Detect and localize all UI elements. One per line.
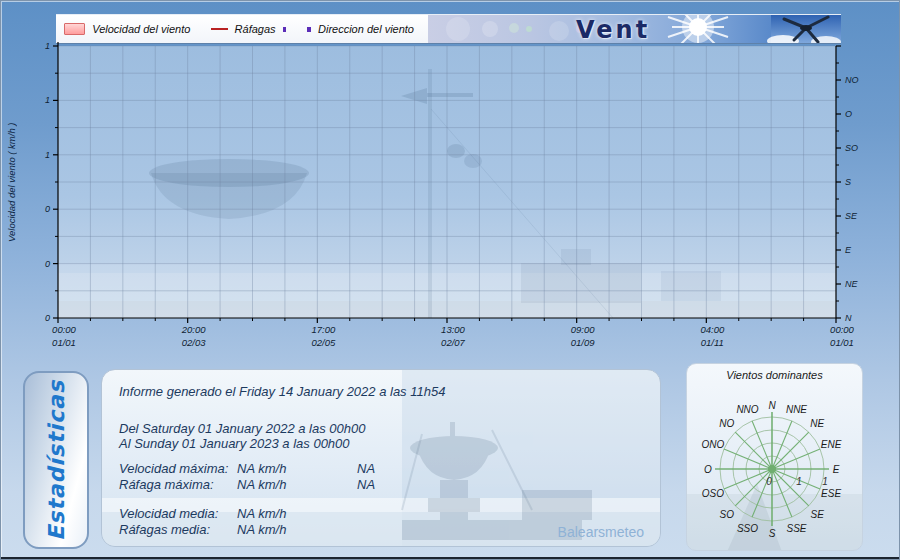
y2-axis-direction-label: NO [845, 75, 859, 85]
y-axis-tick-label: 1 [45, 95, 50, 105]
stat-label: Ráfagas media: [119, 522, 210, 537]
rose-direction-label: S [769, 528, 776, 539]
rose-direction-label: ESE [821, 488, 841, 499]
rose-direction-label: N [768, 400, 776, 411]
rose-scale-label: 0 [766, 476, 772, 487]
x-axis-date-label: 01/01 [52, 337, 76, 348]
x-axis-time-label: 20:00 [181, 324, 206, 335]
x-axis-time-label: 09:00 [571, 324, 595, 335]
tab-statistics-label: Estadísticas [44, 380, 69, 541]
rose-direction-label: E [833, 464, 840, 475]
stat-value: NA km/h [237, 461, 286, 476]
statistics-panel: Informe generado el Friday 14 January 20… [101, 369, 661, 547]
rose-scale-label: 1 [796, 476, 802, 487]
x-axis-date-label: 01/09 [571, 337, 595, 348]
rose-direction-label: NNE [786, 404, 807, 415]
rose-scale-label: 1 [822, 476, 828, 487]
x-axis-date-label: 02/07 [441, 337, 465, 348]
y2-axis-direction-label: N [845, 313, 852, 323]
x-axis-date-label: 02/03 [182, 337, 206, 348]
weather-report-window: Velocidad del vientoRáfagasDireccion del… [0, 0, 900, 560]
x-axis-date-label: 01/01 [830, 337, 854, 348]
period-to-line: Al Sunday 01 January 2023 a las 00h00 [119, 436, 350, 451]
report-generated-line: Informe generado el Friday 14 January 20… [119, 384, 445, 399]
x-axis-time-label: 17:00 [311, 324, 335, 335]
y-axis-tick-label: 0 [45, 313, 50, 323]
tab-statistics[interactable]: Estadísticas [23, 371, 89, 549]
stat-direction-value: NA [357, 477, 375, 492]
rose-direction-label: ENE [821, 439, 842, 450]
y2-axis-direction-label: SE [845, 211, 858, 221]
wind-rose-chart: NNNENEENEEESESESSESSSOSOOSOOONONONNO011 [687, 364, 863, 551]
stat-label: Ráfaga máxima: [119, 477, 214, 492]
stat-label: Velocidad máxima: [119, 461, 228, 476]
rose-direction-label: OSO [702, 488, 724, 499]
rose-direction-label: NO [719, 418, 734, 429]
wind-chart: 11100000:0001/0120:0002/0317:0002/0513:0… [1, 1, 900, 361]
x-axis-date-label: 02/05 [311, 337, 335, 348]
stat-value: NA km/h [237, 477, 286, 492]
x-axis-time-label: 04:00 [700, 324, 724, 335]
rose-direction-label: O [704, 464, 712, 475]
brand-link[interactable]: Balearsmeteo [558, 524, 644, 540]
rose-direction-label: ONO [701, 439, 724, 450]
y2-axis-direction-label: NE [845, 279, 858, 289]
y2-axis-direction-label: E [845, 245, 852, 255]
rose-direction-label: NNO [736, 404, 758, 415]
x-axis-time-label: 13:00 [441, 324, 465, 335]
y2-axis-direction-label: S [845, 177, 851, 187]
y2-axis-direction-label: O [845, 109, 852, 119]
stat-direction-value: NA [357, 461, 375, 476]
rose-direction-label: SSO [737, 523, 758, 534]
y-axis-tick-label: 0 [45, 204, 50, 214]
y2-axis-direction-label: SO [845, 143, 858, 153]
rose-direction-label: SE [811, 509, 825, 520]
period-from-line: Del Saturday 01 January 2022 a las 00h00 [119, 421, 365, 436]
wind-rose-panel: Vientos dominantes NNNENEENEEESESESSESSS… [686, 363, 863, 551]
y-axis-tick-label: 1 [45, 41, 50, 51]
x-axis-time-label: 00:00 [52, 324, 76, 335]
rose-direction-label: SSE [786, 523, 806, 534]
x-axis-date-label: 01/11 [701, 337, 724, 348]
stat-value: NA km/h [237, 522, 286, 537]
rose-direction-label: SO [720, 509, 735, 520]
stat-label: Velocidad media: [119, 506, 218, 521]
y-axis-tick-label: 1 [45, 150, 50, 160]
y-axis-tick-label: 0 [45, 259, 50, 269]
x-axis-time-label: 00:00 [830, 324, 854, 335]
stat-value: NA km/h [237, 506, 286, 521]
rose-direction-label: NE [810, 418, 824, 429]
